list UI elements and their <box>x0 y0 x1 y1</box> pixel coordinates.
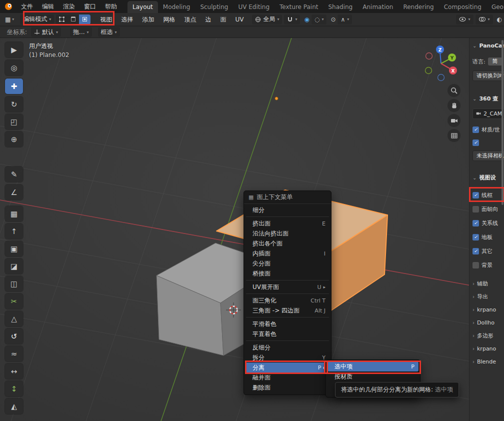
other-checkbox[interactable]: ✓ 其它 <box>472 246 504 256</box>
tab-compositing[interactable]: Compositing <box>439 1 486 13</box>
tab-layout[interactable]: Layout <box>128 1 158 13</box>
menu-item-split[interactable]: 拆分 Y <box>246 352 330 362</box>
uv-menu[interactable]: UV <box>230 13 248 26</box>
poly-build-tool-button[interactable]: △ <box>5 311 23 326</box>
menu-item-inset-faces[interactable]: 内插面 I <box>246 248 330 258</box>
menu-item-tris-to-quads[interactable]: 三角面 -> 四边面 Alt J <box>246 306 330 316</box>
edge-menu[interactable]: 边 <box>200 13 216 26</box>
tab-modeling[interactable]: Modeling <box>158 1 196 13</box>
annotate-tool-button[interactable]: ✎ <box>5 166 23 182</box>
blender-section-header[interactable]: › Blende <box>472 357 504 366</box>
measure-tool-button[interactable]: ∠ <box>5 184 23 200</box>
edit-menu[interactable]: 编辑 <box>38 0 58 13</box>
show-object-types-dropdown[interactable]: ▾ <box>456 14 473 24</box>
orientation-preset-dropdown[interactable]: 默认 ▾ <box>31 27 61 37</box>
language-dropdown[interactable]: 简 <box>488 58 502 66</box>
falloff-dropdown[interactable]: ∧ ▾ <box>338 14 352 24</box>
menu-item-delete-faces[interactable]: 删除面 <box>246 382 330 392</box>
ortho-toggle-button[interactable] <box>448 129 460 142</box>
shrink-tool-button[interactable]: ↕ <box>5 381 23 396</box>
tab-animation[interactable]: Animation <box>358 1 398 13</box>
export-section-header[interactable]: › 导出 <box>472 292 504 301</box>
polygon-section-header[interactable]: › 多边形 <box>472 331 504 340</box>
krpano-section-header[interactable]: › krpano <box>472 305 504 314</box>
menu-item-subdivide[interactable]: 细分 <box>246 205 330 215</box>
relationship-lines-checkbox[interactable]: ✓ 关系线 <box>472 218 504 228</box>
smooth-tool-button[interactable]: ≈ <box>5 346 23 362</box>
box-select-dropdown[interactable]: 框选 ▾ <box>98 27 120 37</box>
snap-center-button[interactable]: ⊙ <box>328 14 338 24</box>
menu-item-extrude-faces[interactable]: 挤出面 E <box>246 218 330 228</box>
background-checkbox[interactable]: 背景 <box>472 260 504 270</box>
face-select-mode-button[interactable] <box>79 14 90 24</box>
scale-tool-button[interactable]: ◰ <box>5 114 23 130</box>
mode-dropdown[interactable]: 编辑模式 ▾ <box>20 14 54 24</box>
tab-texture-paint[interactable]: Texture Paint <box>274 1 323 13</box>
menu-item-unsubdivide[interactable]: 反细分 <box>246 342 330 352</box>
loop-cut-tool-button[interactable]: ◫ <box>5 276 23 292</box>
bevel-tool-button[interactable]: ◪ <box>5 258 23 274</box>
edge-select-mode-button[interactable] <box>68 14 79 24</box>
move-tool-button[interactable]: ✚ <box>5 78 23 94</box>
transform-tool-button[interactable]: ⊕ <box>5 132 23 147</box>
snap-enabled-button[interactable]: ◉ <box>302 14 311 24</box>
krpano2-section-header[interactable]: › krpano <box>472 344 504 353</box>
camera-select-dropdown[interactable]: 2_CAM <box>472 108 504 119</box>
wireframe-checkbox[interactable]: ✓ 线框 <box>472 190 504 200</box>
menu-item-extrude-individual[interactable]: 挤出各个面 <box>246 238 330 248</box>
camera-view-button[interactable] <box>448 114 460 127</box>
select-menu[interactable]: 选择 <box>116 13 138 26</box>
vertex-menu[interactable]: 顶点 <box>180 13 200 26</box>
view360-section-header[interactable]: ⌄ 360 查 <box>472 94 504 103</box>
menu-item-triangulate[interactable]: 面三角化 Ctrl T <box>246 296 330 306</box>
knife-tool-button[interactable]: ✂ <box>5 294 23 309</box>
tweak-tool-button[interactable]: ▶ <box>5 42 23 58</box>
floor-checkbox[interactable]: ✓ 地板 <box>472 232 504 242</box>
pan-button[interactable] <box>448 99 460 112</box>
cursor-tool-button[interactable]: ◎ <box>5 60 23 76</box>
overlays-dropdown[interactable]: ▾ <box>476 14 493 24</box>
mesh-menu[interactable]: 网格 <box>158 13 180 26</box>
tab-geometry-nodes[interactable]: Geometry Nodes <box>486 1 504 13</box>
no-camera-button[interactable]: 未选择相机 <box>472 150 504 161</box>
assist-section-header[interactable]: › 辅助 <box>472 279 504 288</box>
shading-solid-button[interactable]: ◐ <box>495 14 504 24</box>
submenu-item-by-material[interactable]: 按材质 <box>328 372 418 382</box>
menu-item-uv-unwrap[interactable]: UV展开面 U ▸ <box>246 282 330 292</box>
menu-item-extrude-along-normals[interactable]: 沿法向挤出面 <box>246 228 330 238</box>
material-world-checkbox[interactable]: ✓ 材质/世 <box>472 125 504 134</box>
rip-tool-button[interactable]: ◭ <box>5 398 23 414</box>
face-orientation-checkbox[interactable]: 面朝向 <box>472 204 504 214</box>
gizmo-minus-z[interactable] <box>438 74 444 81</box>
menu-item-dissolve-faces[interactable]: 融并面 <box>246 372 330 382</box>
panel-scrollbar[interactable] <box>502 40 504 205</box>
gizmo-minus-y[interactable] <box>426 68 432 74</box>
rotate-tool-button[interactable]: ↻ <box>5 96 23 112</box>
help-menu[interactable]: 帮助 <box>100 0 122 13</box>
drag-dropdown[interactable]: 拖... ▾ <box>70 27 92 37</box>
secondary-checkbox[interactable]: ✓ <box>472 138 504 147</box>
inset-tool-button[interactable]: ▣ <box>5 241 23 256</box>
tab-shading[interactable]: Shading <box>323 1 358 13</box>
extrude-tool-button[interactable]: ↑ <box>5 224 23 239</box>
menu-item-shade-flat[interactable]: 平直着色 <box>246 329 330 339</box>
tab-uv-editing[interactable]: UV Editing <box>233 1 274 13</box>
render-menu[interactable]: 渲染 <box>58 0 80 13</box>
tab-rendering[interactable]: Rendering <box>398 1 438 13</box>
switch-mode-button[interactable]: 请切换到对 <box>472 70 504 81</box>
menu-item-bridge-faces[interactable]: 桥接面 <box>246 268 330 278</box>
transform-orientation-dropdown[interactable]: 全局 ▾ <box>252 14 282 24</box>
menu-item-poke-faces[interactable]: 尖分面 <box>246 258 330 268</box>
viewport-settings-section-header[interactable]: ⌄ 视图设 <box>472 173 504 182</box>
zoom-button[interactable] <box>448 84 460 97</box>
add-menu[interactable]: 添加 <box>138 13 158 26</box>
menu-item-shade-smooth[interactable]: 平滑着色 <box>246 319 330 329</box>
dollhouse-section-header[interactable]: › Dollho <box>472 318 504 327</box>
face-menu[interactable]: 面 <box>216 13 230 26</box>
panocam-section-header[interactable]: ⌄ PanoCam <box>472 41 504 50</box>
file-menu[interactable]: 文件 <box>16 0 38 13</box>
window-menu[interactable]: 窗口 <box>80 0 100 13</box>
edge-slide-tool-button[interactable]: ↔ <box>5 364 23 379</box>
tab-sculpting[interactable]: Sculpting <box>195 1 233 13</box>
spin-tool-button[interactable]: ↺ <box>5 328 23 344</box>
